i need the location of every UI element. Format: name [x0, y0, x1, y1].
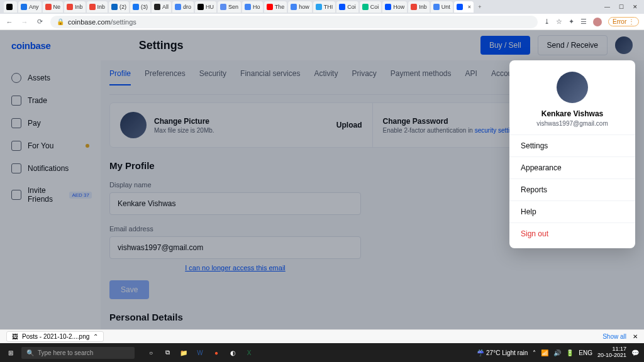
browser-tab[interactable]: Coi	[336, 1, 358, 13]
url-input[interactable]: 🔒 coinbase.com/settings	[50, 16, 538, 28]
browser-tab[interactable]: dro	[172, 1, 194, 13]
browser-tab[interactable]: how	[288, 1, 312, 13]
browser-tab-strip: AnyNeInbInb(2)(3)AlldroHUSenHoThehowTHIC…	[0, 0, 644, 14]
excel-icon[interactable]: X	[243, 346, 255, 359]
browser-tab[interactable]: HU	[195, 1, 216, 13]
address-bar: ← → ⟳ 🔒 coinbase.com/settings ⤓ ☆ ✦ ☰ Er…	[0, 14, 644, 30]
dropdown-reports[interactable]: Reports	[509, 178, 635, 200]
download-shelf: 🖼 Posts - 2021-10-2....png ⌃ Show all ✕	[0, 329, 644, 343]
browser-tab[interactable]: THI	[313, 1, 336, 13]
clock[interactable]: 11:1720-10-2021	[597, 346, 626, 359]
dropdown-avatar	[557, 72, 588, 103]
image-icon: 🖼	[12, 333, 18, 340]
download-filename: Posts - 2021-10-2....png	[22, 333, 89, 340]
battery-icon[interactable]: 🔋	[566, 349, 574, 356]
browser-tab[interactable]: Ne	[43, 1, 64, 13]
browser-tab[interactable]: Unt	[431, 1, 453, 13]
profile-chip[interactable]	[593, 18, 602, 26]
taskview-icon[interactable]: ⧉	[161, 346, 174, 359]
dropdown-settings[interactable]: Settings	[509, 134, 635, 156]
close-icon[interactable]: ×	[468, 4, 471, 10]
browser-tab[interactable]: How	[382, 1, 407, 13]
browser-tab[interactable]: Ho	[242, 1, 263, 13]
browser-tab[interactable]: The	[264, 1, 287, 13]
word-icon[interactable]: W	[194, 346, 206, 359]
star-icon[interactable]: ☆	[556, 18, 562, 26]
tray-chevron-icon[interactable]: ˄	[533, 349, 536, 356]
user-dropdown: Kenkare Vishwas vishwas1997@gmail.com Se…	[509, 60, 635, 248]
dropdown-name: Kenkare Vishwas	[509, 109, 635, 118]
browser-tab[interactable]: All	[152, 1, 171, 13]
extensions-icon[interactable]: ✦	[569, 18, 574, 26]
dropdown-appearance[interactable]: Appearance	[509, 156, 635, 178]
browser-tab[interactable]: (2)	[109, 1, 129, 13]
weather-widget[interactable]: ☔ 27°C Light rain	[477, 349, 528, 356]
download-item[interactable]: 🖼 Posts - 2021-10-2....png ⌃	[6, 331, 104, 342]
explorer-icon[interactable]: 📁	[177, 346, 190, 359]
browser-tab[interactable]: Inb	[64, 1, 86, 13]
browser-tab[interactable]: Sen	[218, 1, 241, 13]
cortana-icon[interactable]: ○	[145, 346, 157, 359]
account-icon[interactable]: ☰	[580, 18, 587, 26]
search-icon: 🔍	[26, 349, 34, 356]
new-tab-button[interactable]: +	[475, 2, 485, 12]
action-center-icon[interactable]: 💬	[631, 349, 639, 356]
chevron-up-icon[interactable]: ⌃	[93, 333, 98, 340]
browser-tab[interactable]: Coi	[360, 1, 382, 13]
browser-tab[interactable]	[4, 1, 17, 13]
minimize-icon[interactable]: —	[604, 4, 610, 10]
wifi-icon[interactable]: 📶	[541, 349, 548, 356]
forward-icon[interactable]: →	[20, 18, 29, 26]
browser-tab[interactable]: Any	[18, 1, 42, 13]
language-indicator[interactable]: ENG	[579, 349, 592, 356]
back-icon[interactable]: ←	[5, 18, 14, 26]
dropdown-email: vishwas1997@gmail.com	[509, 120, 635, 127]
error-badge[interactable]: Error ⋮	[608, 17, 639, 26]
dropdown-help[interactable]: Help	[509, 200, 635, 222]
dropdown-signout[interactable]: Sign out	[509, 222, 635, 244]
browser-tab-active[interactable]: ×	[454, 1, 474, 13]
show-all-link[interactable]: Show all	[602, 333, 626, 340]
volume-icon[interactable]: 🔊	[553, 349, 561, 356]
browser-tab[interactable]: (3)	[130, 1, 150, 13]
reload-icon[interactable]: ⟳	[35, 18, 44, 26]
taskbar-search[interactable]: 🔍Type here to search	[21, 347, 135, 359]
start-button[interactable]: ⊞	[4, 346, 18, 359]
taskbar: ⊞ 🔍Type here to search ○ ⧉ 📁 W ● ◐ X ☔ 2…	[0, 343, 644, 362]
brave-icon[interactable]: ●	[210, 346, 223, 359]
install-icon[interactable]: ⤓	[544, 18, 550, 26]
chrome-icon[interactable]: ◐	[226, 346, 239, 359]
close-shelf-icon[interactable]: ✕	[633, 333, 638, 340]
browser-tab[interactable]: Inb	[408, 1, 430, 13]
lock-icon: 🔒	[57, 18, 64, 25]
browser-tab[interactable]: Inb	[87, 1, 108, 13]
maximize-icon[interactable]: ☐	[619, 4, 624, 10]
close-window-icon[interactable]: ✕	[633, 4, 638, 10]
